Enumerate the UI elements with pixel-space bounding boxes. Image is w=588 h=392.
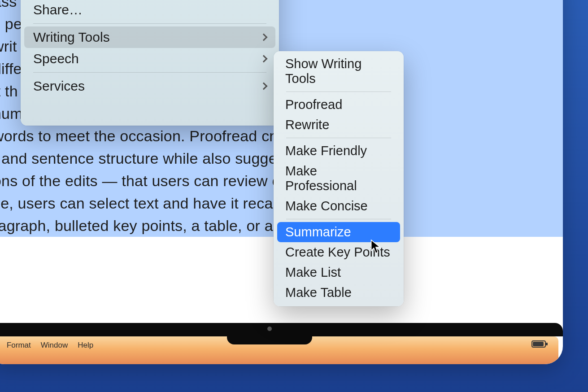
submenu-item-make-professional[interactable]: Make Professional — [277, 161, 400, 196]
chevron-right-icon — [260, 55, 268, 63]
menu-separator — [286, 219, 391, 219]
submenu-item-make-table[interactable]: Make Table — [277, 283, 400, 303]
menu-item-label: Make Professional — [285, 164, 392, 193]
submenu-item-make-friendly[interactable]: Make Friendly — [277, 141, 400, 161]
menu-item-services[interactable]: Services — [24, 75, 275, 97]
chevron-right-icon — [260, 34, 268, 41]
menu-separator — [286, 138, 391, 138]
menu-item-label: Rewrite — [285, 118, 329, 132]
menu-item-label: Show Writing Tools — [285, 57, 392, 86]
context-menu[interactable]: Copy New Quick Note Share… Writing Tools… — [21, 0, 279, 126]
menu-item-label: Create Key Points — [285, 245, 390, 260]
menu-item-label: Writing Tools — [33, 30, 110, 45]
chevron-right-icon — [260, 83, 268, 90]
menu-separator — [286, 91, 391, 92]
submenu-item-show-writing-tools[interactable]: Show Writing Tools — [277, 54, 400, 89]
menu-item-label: Make Friendly — [285, 144, 367, 158]
submenu-item-proofread[interactable]: Proofread — [277, 95, 400, 115]
menu-item-label: Make Concise — [285, 199, 368, 213]
writing-tools-submenu[interactable]: Show Writing Tools Proofread Rewrite Mak… — [274, 51, 404, 306]
submenu-item-summarize[interactable]: Summarize — [277, 222, 400, 242]
menu-item-label: Speech — [33, 51, 79, 66]
menu-item-share[interactable]: Share… — [24, 0, 275, 21]
menu-item-label: Summarize — [285, 225, 351, 240]
showcase-card: ass n ght, or s per s feel writ llows di… — [0, 0, 563, 364]
menu-separator — [33, 23, 266, 24]
submenu-item-make-concise[interactable]: Make Concise — [277, 196, 400, 216]
menu-item-label: Proofread — [285, 97, 342, 112]
menu-item-speech[interactable]: Speech — [24, 48, 275, 70]
submenu-item-rewrite[interactable]: Rewrite — [277, 115, 400, 135]
submenu-item-create-key-points[interactable]: Create Key Points — [277, 242, 400, 262]
menu-item-label: Services — [33, 78, 85, 94]
menu-item-label: Make List — [285, 265, 341, 280]
menu-item-writing-tools[interactable]: Writing Tools — [24, 26, 275, 48]
menu-item-label: Make Table — [285, 285, 352, 300]
menu-separator — [33, 72, 266, 73]
submenu-item-make-list[interactable]: Make List — [277, 262, 400, 283]
menu-item-label: Share… — [33, 2, 83, 17]
